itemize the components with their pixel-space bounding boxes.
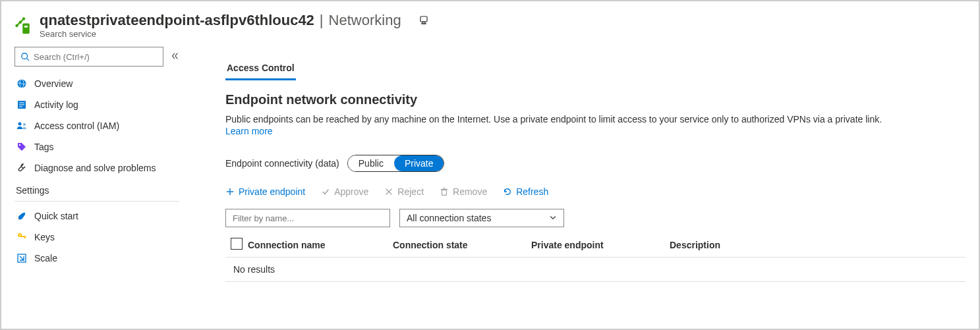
sidebar-item-keys[interactable]: Keys bbox=[14, 227, 179, 248]
header-titles: qnatestprivateendpoint-asflpv6thlouc42 |… bbox=[40, 12, 429, 39]
svg-point-0 bbox=[15, 24, 18, 26]
approve-button[interactable]: Approve bbox=[321, 186, 368, 197]
svg-rect-27 bbox=[442, 190, 447, 195]
resource-name: qnatestprivateendpoint-asflpv6thlouc42 bbox=[40, 12, 314, 29]
button-label: Remove bbox=[453, 186, 487, 197]
plus-icon bbox=[225, 187, 235, 196]
tab-bar: Access Control bbox=[225, 47, 966, 80]
sidebar-item-quick-start[interactable]: Quick start bbox=[14, 206, 179, 227]
sidebar-item-overview[interactable]: Overview bbox=[14, 73, 179, 94]
check-icon bbox=[321, 187, 330, 196]
tag-icon bbox=[16, 141, 28, 153]
svg-rect-21 bbox=[24, 236, 26, 238]
sidebar-item-diagnose[interactable]: Diagnose and solve problems bbox=[14, 157, 179, 179]
sidebar-item-access-control[interactable]: Access control (IAM) bbox=[14, 115, 179, 136]
toggle-option-public[interactable]: Public bbox=[348, 155, 394, 171]
column-connection-state[interactable]: Connection state bbox=[393, 240, 531, 250]
reject-button[interactable]: Reject bbox=[384, 186, 424, 197]
svg-line-8 bbox=[27, 59, 30, 61]
toggle-label: Endpoint connectivity (data) bbox=[225, 158, 339, 169]
connections-table: Connection name Connection state Private… bbox=[225, 233, 966, 282]
button-label: Private endpoint bbox=[239, 186, 305, 197]
key-icon bbox=[16, 231, 28, 243]
page-name-divider: | bbox=[320, 12, 324, 29]
filter-by-name-input[interactable] bbox=[225, 209, 390, 227]
endpoint-connectivity-toggle-row: Endpoint connectivity (data) Public Priv… bbox=[225, 155, 966, 172]
svg-rect-3 bbox=[24, 26, 28, 28]
remove-button[interactable]: Remove bbox=[440, 186, 487, 197]
table-header: Connection name Connection state Private… bbox=[225, 233, 966, 257]
sidebar-nav-settings: Quick start Keys Scale bbox=[14, 206, 179, 269]
button-label: Reject bbox=[397, 186, 424, 197]
search-service-icon bbox=[14, 16, 33, 35]
refresh-button[interactable]: Refresh bbox=[503, 186, 548, 197]
button-label: Approve bbox=[334, 186, 368, 197]
sidebar-item-label: Overview bbox=[34, 78, 72, 89]
svg-point-16 bbox=[23, 123, 26, 126]
button-label: Refresh bbox=[516, 186, 548, 197]
svg-point-1 bbox=[19, 20, 22, 23]
table-empty-row: No results bbox=[225, 257, 966, 282]
wrench-icon bbox=[16, 162, 28, 174]
column-connection-name[interactable]: Connection name bbox=[248, 240, 393, 250]
svg-point-17 bbox=[19, 144, 20, 146]
sidebar-search[interactable] bbox=[14, 47, 163, 67]
sidebar-search-input[interactable] bbox=[34, 52, 158, 62]
sidebar-divider bbox=[14, 201, 179, 202]
search-icon bbox=[20, 52, 30, 61]
sidebar-item-label: Access control (IAM) bbox=[34, 121, 119, 131]
filter-row: All connection states bbox=[225, 209, 966, 227]
sidebar-item-activity-log[interactable]: Activity log bbox=[14, 94, 179, 115]
svg-point-2 bbox=[22, 17, 25, 20]
section-title: Endpoint network connectivity bbox=[225, 92, 966, 107]
log-icon bbox=[16, 99, 28, 111]
svg-point-19 bbox=[19, 234, 20, 236]
collapse-sidebar-icon[interactable] bbox=[170, 51, 179, 63]
page-name: Networking bbox=[329, 12, 401, 29]
toolbar: Private endpoint Approve Reject Remove R… bbox=[225, 186, 966, 197]
sidebar-item-label: Activity log bbox=[34, 99, 78, 110]
quickstart-icon bbox=[16, 210, 28, 222]
section-description: Public endpoints can be reached by any m… bbox=[225, 114, 950, 124]
add-private-endpoint-button[interactable]: Private endpoint bbox=[225, 186, 305, 197]
svg-point-15 bbox=[18, 123, 22, 126]
sidebar-item-tags[interactable]: Tags bbox=[14, 136, 179, 157]
tab-access-control[interactable]: Access Control bbox=[225, 60, 296, 80]
svg-point-7 bbox=[22, 53, 28, 59]
sidebar-item-scale[interactable]: Scale bbox=[14, 248, 179, 269]
select-value: All connection states bbox=[407, 213, 491, 223]
trash-icon bbox=[440, 187, 449, 196]
sidebar-item-label: Scale bbox=[34, 253, 57, 263]
learn-more-link[interactable]: Learn more bbox=[225, 126, 273, 136]
pin-icon[interactable] bbox=[418, 14, 429, 27]
scale-icon bbox=[16, 252, 28, 264]
connectivity-toggle: Public Private bbox=[347, 155, 445, 172]
toggle-option-private[interactable]: Private bbox=[394, 155, 444, 171]
resource-type-subtitle: Search service bbox=[40, 29, 429, 39]
column-private-endpoint[interactable]: Private endpoint bbox=[531, 240, 670, 250]
refresh-icon bbox=[503, 187, 512, 196]
svg-rect-4 bbox=[420, 16, 427, 22]
sidebar-item-label: Tags bbox=[34, 142, 54, 152]
sidebar-item-label: Diagnose and solve problems bbox=[34, 163, 156, 173]
chevron-down-icon bbox=[549, 213, 557, 223]
x-icon bbox=[384, 187, 393, 196]
sidebar: Overview Activity log Access control (IA… bbox=[14, 47, 186, 282]
sidebar-item-label: Keys bbox=[34, 232, 55, 242]
globe-icon bbox=[16, 78, 28, 90]
iam-icon bbox=[16, 120, 28, 132]
sidebar-item-label: Quick start bbox=[34, 211, 78, 221]
page-header: qnatestprivateendpoint-asflpv6thlouc42 |… bbox=[14, 7, 966, 39]
connection-state-select[interactable]: All connection states bbox=[399, 209, 564, 227]
column-description[interactable]: Description bbox=[670, 240, 801, 250]
sidebar-section-settings: Settings bbox=[14, 179, 179, 198]
main-content: Access Control Endpoint network connecti… bbox=[186, 47, 966, 282]
sidebar-nav-top: Overview Activity log Access control (IA… bbox=[14, 73, 179, 179]
select-all-checkbox[interactable] bbox=[225, 238, 248, 252]
